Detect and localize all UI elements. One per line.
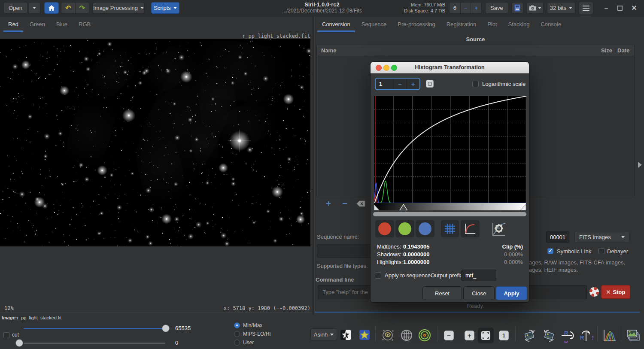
flip-horizontal-button[interactable]: R R xyxy=(578,328,594,344)
rotate-cw-button[interactable] xyxy=(541,328,557,344)
grid-toggle[interactable] xyxy=(441,220,459,237)
tab-pre-processing[interactable]: Pre-processing xyxy=(392,16,440,32)
start-index-input[interactable]: 00001 xyxy=(546,231,569,243)
histogram-button[interactable] xyxy=(601,328,618,344)
tab-stacking[interactable]: Stacking xyxy=(503,16,535,32)
stop-button[interactable]: ✕ Stop xyxy=(601,285,630,299)
cut-checkbox[interactable] xyxy=(3,332,9,338)
histogram-plot[interactable] xyxy=(374,96,526,203)
dialog-titlebar[interactable]: Histogram Transformation xyxy=(371,62,529,73)
radio-icon[interactable] xyxy=(234,331,240,337)
hi-slider-handle[interactable] xyxy=(162,325,170,332)
redo-button[interactable]: ↷ xyxy=(76,3,89,13)
zoom-in-button[interactable]: + xyxy=(465,331,474,340)
panel-divider[interactable] xyxy=(313,16,315,315)
thread-decrement-button[interactable]: − xyxy=(460,3,471,13)
screenshot-button[interactable] xyxy=(526,2,544,14)
image-processing-button[interactable]: Image Processing xyxy=(92,2,145,14)
help-button[interactable] xyxy=(588,286,600,298)
chevron-down-icon xyxy=(140,7,144,9)
clear-files-button[interactable] xyxy=(355,199,366,208)
file-type-dropdown[interactable]: FITS images xyxy=(574,231,629,243)
thread-increment-button[interactable]: + xyxy=(471,3,481,13)
undo-redo-group: ↶ ↷ xyxy=(61,2,89,14)
tab-conversion[interactable]: Conversion xyxy=(316,16,356,32)
symbolic-link-checkbox[interactable] xyxy=(547,248,553,254)
auto-stretch-button[interactable] xyxy=(489,220,508,237)
radio-icon[interactable] xyxy=(234,340,240,346)
close-dialog-button[interactable]: Close xyxy=(463,286,495,300)
output-prefix-input[interactable]: mtf_ xyxy=(461,270,496,281)
photometry-button[interactable] xyxy=(417,328,432,343)
minimize-button[interactable]: – xyxy=(600,2,612,14)
home-button[interactable] xyxy=(44,2,59,14)
tab-blue[interactable]: Blue xyxy=(51,16,73,32)
blue-channel-toggle[interactable] xyxy=(416,220,434,237)
tab-red[interactable]: Red xyxy=(3,16,24,32)
snapshot-button[interactable] xyxy=(511,2,523,14)
expand-panel-icon[interactable] xyxy=(638,162,642,168)
green-channel-toggle[interactable] xyxy=(395,220,414,237)
stretch-dropdown[interactable]: Asinh xyxy=(310,328,337,340)
hi-slider-track[interactable] xyxy=(24,328,165,329)
open-dropdown-button[interactable] xyxy=(28,2,40,14)
rotate-ccw-button[interactable] xyxy=(521,328,538,344)
apply-to-sequence-checkbox[interactable] xyxy=(375,272,381,279)
maximize-button[interactable] xyxy=(614,2,626,14)
tab-console[interactable]: Console xyxy=(535,16,567,32)
shadows-value[interactable]: 0.0000000 xyxy=(403,251,429,258)
tab-green[interactable]: Green xyxy=(24,16,51,32)
scale-mode-option[interactable]: Min/Max xyxy=(234,321,271,330)
linked-channels-toggle[interactable] xyxy=(426,80,434,88)
midtones-value[interactable]: 0.1943005 xyxy=(403,243,429,250)
image-view[interactable] xyxy=(0,39,310,246)
thread-count-value[interactable]: 6 xyxy=(450,5,460,11)
annotation-button[interactable] xyxy=(399,328,414,343)
remove-files-button[interactable]: − xyxy=(340,198,350,209)
reset-label: Reset xyxy=(435,290,450,297)
negative-view-button[interactable] xyxy=(340,329,352,341)
scale-mode-option[interactable]: MIPS-LO/HI xyxy=(234,330,271,338)
open-button[interactable]: Open xyxy=(3,2,27,14)
debayer-checkbox[interactable] xyxy=(598,248,605,254)
channel-spinner-value[interactable]: 1 xyxy=(376,79,393,89)
spinner-decrement-button[interactable]: − xyxy=(393,79,406,89)
column-name[interactable]: Name xyxy=(321,47,336,54)
spinner-increment-button[interactable]: + xyxy=(406,79,419,89)
tab-registration[interactable]: Registration xyxy=(441,16,482,32)
flip-vertical-button[interactable]: R R xyxy=(560,328,576,344)
apply-button[interactable]: Apply xyxy=(496,286,527,300)
red-channel-toggle[interactable] xyxy=(375,220,394,237)
scale-mode-option[interactable]: User xyxy=(234,338,271,347)
tab-rgb[interactable]: RGB xyxy=(73,16,96,32)
menu-button[interactable] xyxy=(579,2,593,14)
fit-to-window-button[interactable] xyxy=(478,328,494,343)
false-color-button[interactable] xyxy=(358,329,371,341)
bit-depth-button[interactable]: 32 bits xyxy=(547,2,575,14)
sequence-frames-button[interactable] xyxy=(625,328,642,344)
highlights-value[interactable]: 1.0000000 xyxy=(403,259,429,265)
log-scale-checkbox[interactable] xyxy=(472,81,479,87)
save-button[interactable]: Save xyxy=(485,2,508,14)
traffic-yellow-icon[interactable] xyxy=(383,65,389,71)
lo-slider-handle[interactable] xyxy=(15,339,23,347)
scripts-button[interactable]: Scripts xyxy=(151,2,179,14)
tab-sequence[interactable]: Sequence xyxy=(356,16,392,32)
column-date[interactable]: Date xyxy=(617,47,633,54)
zoom-one-button[interactable]: 1 xyxy=(499,331,509,340)
levels-gradient-slider[interactable] xyxy=(374,203,526,210)
undo-button[interactable]: ↶ xyxy=(61,3,76,13)
histogram-scrollbar[interactable] xyxy=(373,212,526,216)
radio-icon[interactable] xyxy=(234,322,240,328)
curve-toggle[interactable] xyxy=(461,220,480,237)
lo-slider-track[interactable] xyxy=(24,343,165,344)
column-size[interactable]: Size xyxy=(592,47,612,54)
add-files-button[interactable]: + xyxy=(323,198,334,209)
zoom-out-button[interactable]: − xyxy=(444,331,454,340)
reset-button[interactable]: Reset xyxy=(422,286,462,300)
tab-plot[interactable]: Plot xyxy=(482,16,502,32)
astrometry-button[interactable] xyxy=(380,328,395,343)
traffic-red-icon[interactable] xyxy=(376,65,382,71)
traffic-green-icon[interactable] xyxy=(391,65,397,71)
close-button[interactable]: ✕ xyxy=(628,2,641,14)
